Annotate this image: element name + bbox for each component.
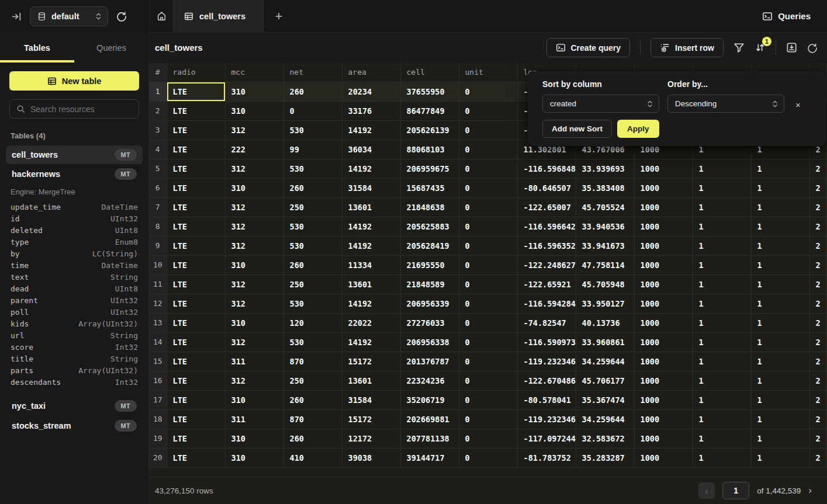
table-cell[interactable]: 35206719	[400, 390, 459, 409]
table-cell[interactable]: 1000	[634, 274, 693, 294]
table-cell[interactable]: 36034	[342, 140, 400, 159]
table-cell[interactable]: 37655950	[400, 82, 459, 101]
table-cell[interactable]: 205625883	[400, 217, 459, 236]
table-cell[interactable]: 0	[459, 159, 517, 178]
export-icon[interactable]	[786, 42, 797, 53]
table-cell[interactable]: 120	[283, 313, 342, 332]
tab-cell-towers[interactable]: cell_towers	[173, 0, 264, 32]
table-cell[interactable]: 312	[225, 294, 283, 313]
table-cell[interactable]: 1	[693, 332, 751, 352]
table-cell[interactable]: 2	[809, 274, 827, 294]
table-cell[interactable]: LTE	[167, 294, 225, 313]
table-cell[interactable]: 1	[751, 448, 809, 467]
table-cell[interactable]: 1	[751, 332, 809, 352]
sidebar-item-stocks-stream[interactable]: stocks_stream MT	[6, 416, 143, 435]
table-cell[interactable]: 22022	[342, 313, 400, 332]
table-cell[interactable]: 310	[225, 178, 283, 197]
table-cell[interactable]: 310	[225, 429, 283, 448]
table-cell[interactable]: 0	[459, 82, 517, 101]
table-cell[interactable]: 34.259644	[576, 409, 634, 429]
table-cell[interactable]: 1	[751, 294, 809, 313]
table-cell[interactable]: 1000	[634, 236, 693, 255]
table-cell[interactable]: -119.232346	[517, 409, 576, 429]
table-cell[interactable]: 0	[459, 371, 517, 390]
table-cell[interactable]: 1000	[634, 217, 693, 236]
database-selector[interactable]: default	[30, 6, 108, 26]
table-cell[interactable]: LTE	[167, 429, 225, 448]
table-cell[interactable]: 201376787	[400, 352, 459, 371]
table-cell[interactable]: 530	[283, 120, 342, 140]
table-cell[interactable]: 312	[225, 274, 283, 294]
home-tab[interactable]	[150, 0, 173, 32]
table-cell[interactable]: 12172	[342, 429, 400, 448]
table-cell[interactable]: 1	[693, 371, 751, 390]
queries-button[interactable]: Queries	[762, 0, 811, 32]
table-cell[interactable]: 0	[459, 409, 517, 429]
column-header[interactable]: mcc	[225, 63, 283, 82]
refresh-table-icon[interactable]	[807, 43, 818, 53]
table-cell[interactable]: 1	[751, 429, 809, 448]
table-cell[interactable]: -116.596642	[517, 217, 576, 236]
table-cell[interactable]: -122.65007	[517, 197, 576, 217]
table-cell[interactable]: -74.82547	[517, 313, 576, 332]
table-cell[interactable]: 2	[809, 236, 827, 255]
sidebar-item-nyc-taxi[interactable]: nyc_taxi MT	[6, 397, 143, 415]
collapse-sidebar-icon[interactable]	[12, 12, 22, 22]
table-cell[interactable]: 310	[225, 255, 283, 274]
sidebar-item-hackernews[interactable]: hackernews MT	[6, 165, 143, 183]
table-cell[interactable]: 35.283287	[576, 448, 634, 467]
table-cell[interactable]: 0	[459, 294, 517, 313]
search-input[interactable]	[30, 105, 136, 114]
table-cell[interactable]: 310	[225, 313, 283, 332]
table-cell[interactable]: 86477849	[400, 101, 459, 120]
table-cell[interactable]: 0	[459, 101, 517, 120]
table-cell[interactable]: 530	[283, 236, 342, 255]
prev-page-button[interactable]: ‹	[698, 482, 715, 499]
table-cell[interactable]: 205628419	[400, 236, 459, 255]
table-cell[interactable]: 39144717	[400, 448, 459, 467]
sort-column-select[interactable]: created	[542, 95, 659, 113]
table-cell[interactable]: 14192	[342, 120, 400, 140]
table-cell[interactable]: 1000	[634, 332, 693, 352]
table-cell[interactable]: 45.706177	[576, 371, 634, 390]
table-cell[interactable]: LTE	[167, 448, 225, 467]
table-cell[interactable]: 1000	[634, 255, 693, 274]
table-cell[interactable]: 1	[693, 236, 751, 255]
table-cell[interactable]: 45.705948	[576, 274, 634, 294]
table-cell[interactable]: 260	[283, 82, 342, 101]
table-cell[interactable]: 2	[809, 390, 827, 409]
table-cell[interactable]: 1	[751, 197, 809, 217]
remove-sort-icon[interactable]: ×	[795, 100, 801, 109]
table-cell[interactable]: 260	[283, 429, 342, 448]
table-cell[interactable]: LTE	[167, 352, 225, 371]
page-number-input[interactable]	[722, 482, 749, 499]
table-cell[interactable]: LTE	[167, 178, 225, 197]
table-cell[interactable]: -116.596352	[517, 236, 576, 255]
table-cell[interactable]: 202669881	[400, 409, 459, 429]
table-cell[interactable]: LTE	[167, 140, 225, 159]
table-cell[interactable]: -81.783752	[517, 448, 576, 467]
table-cell[interactable]: 2	[809, 294, 827, 313]
table-cell[interactable]: 1000	[634, 409, 693, 429]
table-cell[interactable]: LTE	[167, 82, 225, 101]
table-cell[interactable]: 2	[809, 448, 827, 467]
table-cell[interactable]: 530	[283, 159, 342, 178]
table-cell[interactable]: 13601	[342, 274, 400, 294]
table-cell[interactable]: 260	[283, 390, 342, 409]
table-cell[interactable]: 1	[693, 429, 751, 448]
table-cell[interactable]: 99	[283, 140, 342, 159]
column-header[interactable]: net	[283, 63, 342, 82]
table-cell[interactable]: 1	[751, 409, 809, 429]
table-cell[interactable]: 1	[693, 352, 751, 371]
table-cell[interactable]: 14192	[342, 294, 400, 313]
table-cell[interactable]: 2	[809, 197, 827, 217]
table-cell[interactable]: 88068103	[400, 140, 459, 159]
table-cell[interactable]: 870	[283, 352, 342, 371]
table-cell[interactable]: LTE	[167, 120, 225, 140]
table-cell[interactable]: 1	[693, 255, 751, 274]
table-cell[interactable]: 39038	[342, 448, 400, 467]
table-cell[interactable]: 0	[459, 120, 517, 140]
table-cell[interactable]: 310	[225, 390, 283, 409]
refresh-connection-icon[interactable]	[116, 11, 127, 22]
table-cell[interactable]: 206956338	[400, 332, 459, 352]
